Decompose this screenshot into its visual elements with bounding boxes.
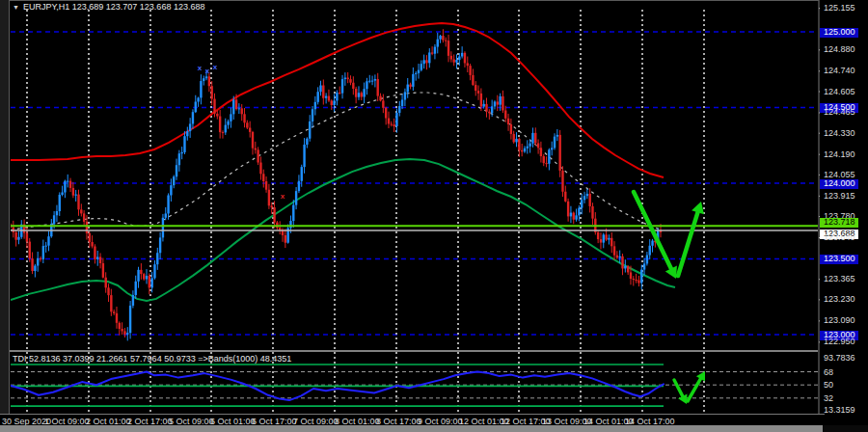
- price-axis-label: 124.330: [824, 129, 855, 138]
- chart-frame-border: [9, 0, 819, 1]
- price-axis-label: 124.465: [824, 108, 855, 117]
- price-axis-label: 124.190: [824, 150, 855, 159]
- price-axis-label: 122.950: [824, 338, 855, 346]
- price-axis-label: 123.915: [824, 192, 855, 201]
- tdi-axis-label: 50: [824, 381, 833, 390]
- price-axis-label: 123.230: [824, 295, 855, 304]
- trading-terminal-window: xxxx ▼EURJPY,H1 123.689 123.707 123.668 …: [0, 0, 868, 432]
- price-axis-label-blue: 124.000: [820, 179, 858, 189]
- axis-corner: [823, 425, 868, 432]
- price-axis-label: 124.880: [824, 45, 855, 54]
- tdi-axis-label: 13.3159: [824, 406, 855, 415]
- price-axis-label-green: 123.718: [820, 218, 858, 228]
- tdi-axis-label: 68: [824, 368, 833, 377]
- fractal-marker: x: [281, 192, 285, 201]
- tdi-axis-label: 32: [824, 394, 833, 403]
- chart-title-text: EURJPY,H1 123.689 123.707 123.668 123.68…: [23, 2, 205, 12]
- price-axis-label-blue: 123.500: [820, 255, 858, 264]
- price-axis-label: 124.740: [824, 67, 855, 75]
- fractal-marker: x: [198, 64, 203, 72]
- tdi-indicator-label: TDI 52.8136 37.0399 21.2661 57.7964 50.9…: [13, 354, 291, 364]
- horizontal-price-lines: [11, 226, 818, 230]
- chart-dropdown-icon[interactable]: ▼: [13, 4, 19, 11]
- price-axis-label: 123.365: [824, 275, 855, 284]
- price-axis-label-blue: 125.000: [820, 28, 858, 38]
- fractal-marker: x: [205, 67, 210, 75]
- price-axis-label: 123.640: [824, 233, 855, 242]
- price-axis[interactable]: 125.155125.000124.880124.740124.605124.5…: [820, 0, 868, 425]
- chart-canvas[interactable]: xxxx: [0, 0, 868, 432]
- middle-band-line: [11, 93, 659, 230]
- horizontal-scrollbar[interactable]: [0, 425, 823, 432]
- candlestick-series: [10, 29, 662, 340]
- price-axis-label: 123.090: [824, 316, 855, 325]
- tdi-axis-label: 93.7836: [824, 354, 855, 363]
- fractal-marker: x: [213, 63, 218, 71]
- left-panel-edge: [0, 0, 10, 425]
- price-axis-label: 124.605: [824, 88, 855, 96]
- price-axis-label: 125.155: [824, 4, 855, 13]
- chart-title: ▼EURJPY,H1 123.689 123.707 123.668 123.6…: [13, 2, 204, 12]
- trade-signal-arrow-tdi: [674, 371, 705, 404]
